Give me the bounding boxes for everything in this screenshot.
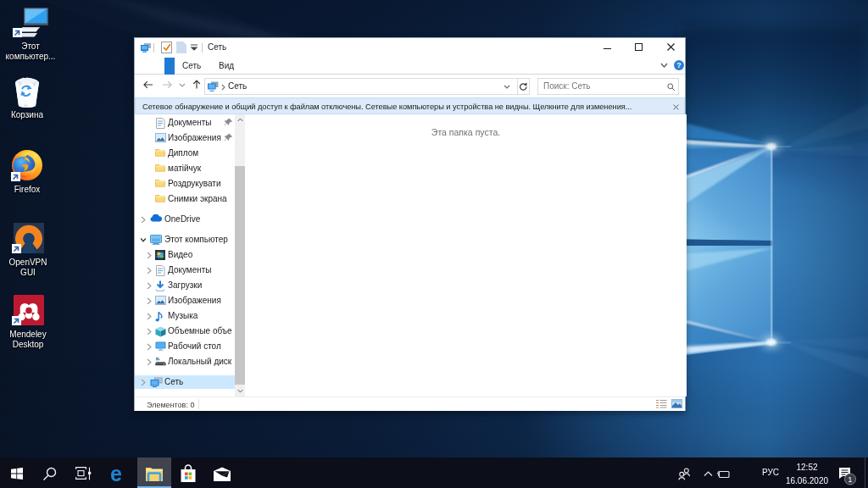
svg-text:1: 1 [848,474,852,484]
